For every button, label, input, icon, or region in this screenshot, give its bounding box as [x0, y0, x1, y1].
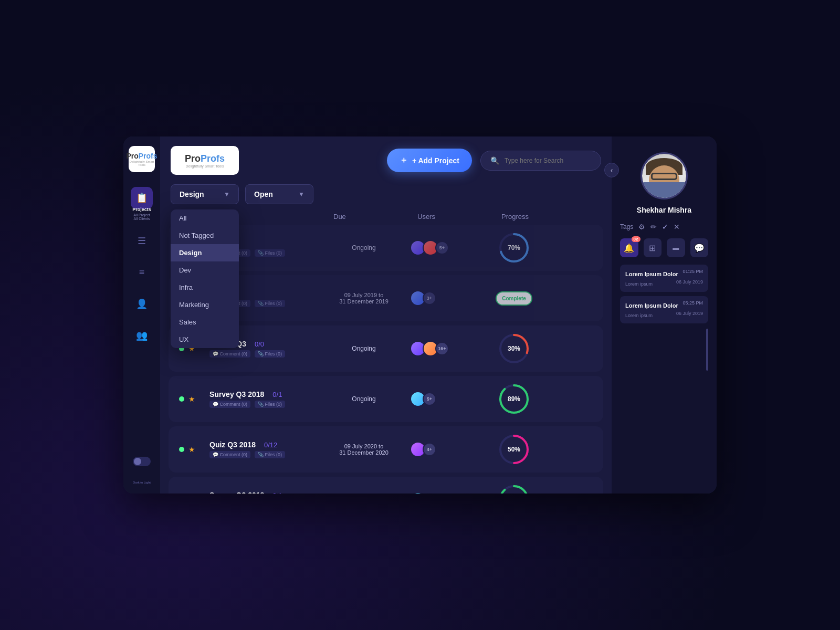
sidebar-item-teams[interactable]: 👥: [131, 324, 153, 346]
table-row[interactable]: ★ Survey Q3 2018 0/1 💬 Comment (0) 📎 Fil…: [169, 477, 603, 494]
comment-badge: 💬 Comment (0): [209, 401, 250, 408]
dropdown-option-marketing[interactable]: Marketing: [171, 296, 239, 313]
collapse-button[interactable]: ‹: [604, 163, 619, 177]
filter-row: Design ▼ Open ▼ All Not Tagged Design De…: [160, 184, 612, 211]
message-item[interactable]: Lorem Ipsum Dolor 05:25 PM Lorem ipsum 0…: [620, 296, 708, 323]
row-status-5: ★: [179, 445, 205, 454]
progress-ring: 30%: [498, 333, 530, 364]
progress-ring: Complete: [498, 282, 530, 314]
progress-text: 70%: [508, 244, 520, 251]
progress-text: 89%: [508, 395, 520, 403]
scrollbar[interactable]: [706, 329, 708, 371]
due-date: 09 July 2019 to31 December 2019: [322, 292, 406, 304]
sidebar-toggle[interactable]: [133, 457, 151, 466]
sidebar-all-project[interactable]: All Project: [132, 213, 151, 217]
tasks-icon: ☰: [138, 235, 146, 247]
user-name: Shekhar Mishra: [637, 206, 691, 214]
sidebar-all-clients[interactable]: All Clients: [132, 217, 151, 220]
progress-text: 30%: [508, 345, 520, 352]
users-group: 16+: [410, 341, 494, 356]
reports-icon: ≡: [139, 267, 145, 278]
dropdown-option-sales[interactable]: Sales: [171, 313, 239, 331]
project-name: Quiz Q3 2018: [209, 440, 256, 449]
chat-button[interactable]: 💬: [690, 238, 709, 257]
tags-label: Tags: [620, 223, 633, 230]
progress-ring: 70%: [498, 232, 530, 264]
plus-icon: ＋: [400, 155, 408, 166]
list-view-button[interactable]: ▬: [667, 238, 685, 257]
file-badge: 📎 Files (0): [255, 401, 285, 408]
project-name: Survey Q3 2018: [209, 491, 264, 494]
status-dropdown[interactable]: Open ▼: [245, 184, 313, 204]
teams-icon: 👥: [136, 330, 148, 341]
tags-row: Tags ⚙ ✏ ✓ ✕: [620, 223, 708, 231]
sidebar-projects-label: Projects: [132, 207, 151, 213]
avatar-more: 4+: [423, 443, 436, 456]
edit-icon[interactable]: ✏: [650, 223, 657, 231]
comment-badge: 💬 Comment (0): [209, 451, 250, 458]
dropdown-option-infra[interactable]: Infra: [171, 279, 239, 296]
file-badge: 📎 Files (0): [255, 451, 285, 458]
svg-point-9: [500, 486, 528, 494]
message-title: Lorem Ipsum Dolor: [625, 302, 678, 309]
project-count: 0/1: [272, 391, 282, 398]
dropdown-option-nottagged[interactable]: Not Tagged: [171, 227, 239, 244]
check-icon[interactable]: ✓: [662, 223, 668, 231]
sidebar-item-projects[interactable]: 📋: [131, 187, 153, 209]
sidebar: ProProfs Delightfully Smart Tools 📋 Proj…: [123, 136, 160, 494]
progress-ring: 89%: [498, 383, 530, 415]
notification-badge: 02: [632, 236, 640, 242]
users-group: 4+: [410, 442, 494, 457]
table-row[interactable]: ★ Survey Q3 2018 0/1 💬 Comment (0) 📎 Fil…: [169, 376, 603, 422]
message-date: 06 July 2019: [676, 311, 703, 316]
settings-icon[interactable]: ⚙: [638, 223, 645, 231]
message-item[interactable]: Lorem Ipsum Dolor 01:25 PM Lorem ipsum 0…: [620, 265, 708, 292]
grid-view-button[interactable]: ⊞: [644, 238, 662, 257]
sidebar-logo: ProProfs Delightfully Smart Tools: [129, 146, 155, 172]
message-date: 06 July 2019: [676, 279, 703, 285]
complete-badge: Complete: [496, 291, 532, 306]
dropdown-option-design[interactable]: Design: [171, 244, 239, 261]
category-dropdown[interactable]: Design ▼: [171, 184, 239, 204]
close-icon[interactable]: ✕: [674, 223, 680, 231]
dropdown-option-all[interactable]: All: [171, 209, 239, 227]
search-bar: 🔍: [480, 151, 601, 171]
sidebar-item-users[interactable]: 👤: [131, 293, 153, 315]
right-panel: ‹ Shekhar Mishra Tags ⚙ ✏ ✓ ✕ 🔔: [612, 136, 717, 494]
message-time: 05:25 PM: [682, 300, 703, 306]
due-date: Ongoing: [322, 395, 406, 403]
table-row[interactable]: ★ Quiz Q3 2018 0/12 💬 Comment (0) 📎 File…: [169, 426, 603, 472]
notifications-row: 🔔 02 ⊞ ▬ 💬: [620, 238, 708, 257]
avatar: [410, 492, 426, 494]
user-avatar: [640, 152, 688, 200]
messages-list: Lorem Ipsum Dolor 01:25 PM Lorem ipsum 0…: [620, 265, 708, 323]
search-input[interactable]: [505, 157, 591, 164]
status-dot: [179, 396, 184, 402]
file-badge: 📎 Files (0): [255, 249, 285, 257]
message-title: Lorem Ipsum Dolor: [625, 271, 678, 277]
row-status-4: ★: [179, 395, 205, 403]
add-project-button[interactable]: ＋ + Add Project: [387, 149, 472, 172]
sidebar-item-reports[interactable]: ≡: [131, 261, 153, 284]
project-count: 0/1: [272, 491, 282, 494]
due-date: Ongoing: [322, 244, 406, 251]
avatar-more: 5+: [435, 241, 449, 255]
logo-box: ProProfs Delightfully Smart Tools: [171, 146, 239, 175]
dropdown-option-dev[interactable]: Dev: [171, 261, 239, 279]
comment-badge: 💬 Comment (0): [209, 350, 250, 358]
due-date: Ongoing: [322, 345, 406, 352]
progress-text: 50%: [508, 446, 520, 453]
notification-button[interactable]: 🔔 02: [620, 238, 638, 257]
star-icon: ★: [188, 445, 195, 454]
users-group: 5+: [410, 492, 494, 494]
dropdown-option-ux[interactable]: UX: [171, 331, 239, 348]
search-icon: 🔍: [490, 156, 499, 165]
chevron-down-icon-2: ▼: [298, 191, 304, 198]
message-subtitle: Lorem ipsum: [625, 281, 653, 287]
sidebar-item-tasks[interactable]: ☰: [131, 230, 153, 252]
top-bar: ProProfs Delightfully Smart Tools ＋ + Ad…: [160, 136, 612, 184]
avatar-more: 3+: [423, 291, 436, 305]
sidebar-toggle-label: Dark to Light: [133, 481, 151, 484]
file-badge: 📎 Files (0): [255, 350, 285, 358]
message-subtitle: Lorem ipsum: [625, 313, 653, 318]
